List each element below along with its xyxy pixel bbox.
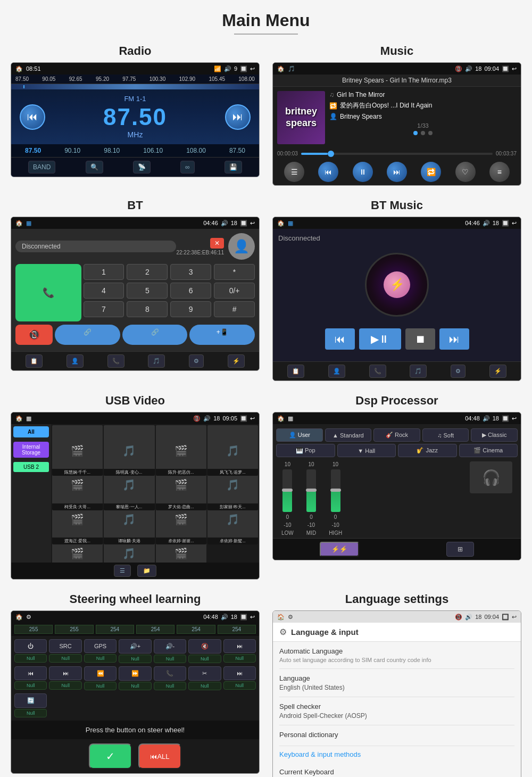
usb-folder-btn[interactable]: 📁 — [137, 565, 156, 577]
steer-replay-btn[interactable]: 🔄 — [14, 693, 47, 708]
radio-save-btn[interactable]: 💾 — [225, 161, 242, 173]
dsp-preset-rock[interactable]: 🎸 Rock — [373, 428, 420, 442]
bt-key-1[interactable]: 1 — [84, 264, 124, 280]
dsp-preset-hall[interactable]: ▼ Hall — [337, 444, 396, 457]
steer-rew-btn[interactable]: ⏪ — [84, 666, 117, 681]
bt-call-btn[interactable]: 📞 — [15, 264, 81, 321]
bt-key-hash[interactable]: # — [214, 301, 255, 317]
music-prev-btn[interactable]: ⏮ — [318, 162, 338, 182]
btmusic-prev-btn[interactable]: ⏮ — [325, 328, 355, 350]
radio-preset-3[interactable]: 106.10 — [143, 147, 163, 154]
bt-plus-btn[interactable]: +📱 — [189, 325, 255, 345]
btmusic-music-btn[interactable]: 🎵 — [410, 365, 427, 378]
lang-language-section[interactable]: Language English (United States) — [279, 669, 514, 697]
btmusic-contacts-btn[interactable]: 📋 — [287, 365, 304, 378]
steer-volup-btn[interactable]: 🔊+ — [119, 639, 151, 654]
bt-link-btn[interactable]: 🔗 — [55, 325, 120, 345]
music-next-btn[interactable]: ⏭ — [387, 162, 407, 182]
dsp-preset-jazz[interactable]: 🎷 Jazz — [398, 444, 457, 457]
music-heart-btn[interactable]: ♡ — [455, 162, 476, 182]
btmusic-next-btn[interactable]: ⏭ — [439, 328, 469, 350]
bt-person-btn[interactable]: 👤 — [66, 354, 84, 368]
bt-hangup-btn[interactable]: 📵 — [15, 325, 53, 345]
usb-thumb-14[interactable]: 🎬左麟右李·总... — [156, 528, 206, 563]
bt-key-4[interactable]: 4 — [84, 283, 124, 299]
dsp-equalizer-btn[interactable]: ⚡⚡ — [320, 542, 359, 557]
btmusic-play-btn[interactable]: ▶⏸ — [359, 328, 401, 350]
bt-key-star[interactable]: * — [214, 264, 255, 280]
bt-log-btn[interactable]: 📞 — [107, 354, 124, 368]
bt-key-8[interactable]: 8 — [127, 301, 168, 317]
steer-reset-btn[interactable]: ⏮ALL — [138, 743, 181, 769]
radio-preset-5[interactable]: 87.50 — [229, 147, 245, 154]
usb-thumb-12[interactable]: 🎬卓依婷·中华... — [52, 528, 103, 563]
steer-gps-btn[interactable]: GPS — [84, 639, 117, 653]
radio-preset-2[interactable]: 98.10 — [104, 147, 120, 154]
dsp-mid-slider[interactable] — [306, 469, 316, 512]
bt-key-6[interactable]: 6 — [170, 283, 211, 299]
bt-key-7[interactable]: 7 — [84, 301, 124, 317]
bt-key-0plus[interactable]: 0/+ — [214, 283, 255, 299]
radio-search-btn[interactable]: 🔍 — [86, 161, 103, 173]
bt-key-2[interactable]: 2 — [127, 264, 168, 280]
dsp-preset-classic[interactable]: ▶ Classic — [471, 428, 518, 442]
radio-band-btn[interactable]: BAND — [28, 161, 55, 173]
usb-nav-all[interactable]: All — [13, 426, 49, 437]
btmusic-stop-btn[interactable]: ⏹ — [405, 328, 435, 350]
radio-preset-0[interactable]: 87.50 — [25, 147, 41, 154]
lang-keyboard-link[interactable]: Keyboard & input methods — [279, 746, 514, 763]
steer-next3-btn[interactable]: ⏭ — [223, 666, 256, 680]
dsp-high-slider[interactable] — [331, 469, 340, 512]
bt-close-btn[interactable]: ✕ — [210, 238, 224, 249]
bt-music-btn[interactable]: 🎵 — [148, 354, 165, 368]
music-repeat-btn[interactable]: 🔁 — [421, 162, 441, 182]
radio-next-btn[interactable]: ⏭ — [225, 104, 251, 130]
usb-nav-internal[interactable]: Internal Storage — [13, 442, 49, 458]
dsp-preset-user[interactable]: 👤 User — [276, 428, 323, 442]
steer-prev2-btn[interactable]: ⏮ — [14, 666, 47, 680]
radio-prev-btn[interactable]: ⏮ — [20, 104, 45, 130]
dsp-preset-standard[interactable]: ▲ Standard — [325, 428, 372, 442]
bt-key-5[interactable]: 5 — [127, 283, 168, 299]
steer-hang-btn[interactable]: ✂ — [188, 666, 221, 681]
radio-preset-4[interactable]: 108.00 — [186, 147, 206, 154]
music-menu-btn[interactable]: ≡ — [489, 162, 510, 182]
bt-contacts-btn[interactable]: 📋 — [26, 354, 43, 368]
dsp-settings-btn[interactable]: ⊞ — [446, 542, 474, 557]
steer-voldown-btn[interactable]: 🔊- — [154, 639, 186, 654]
steer-power-btn[interactable]: ⏻ — [14, 639, 47, 653]
bt-settings-btn[interactable]: ⚙ — [189, 354, 204, 368]
usb-thumb-11[interactable]: 🎵卓依婷·新鸳... — [207, 494, 258, 544]
btmusic-person-btn[interactable]: 👤 — [328, 365, 345, 378]
btmusic-settings-btn[interactable]: ⚙ — [451, 365, 466, 378]
steer-phone-btn[interactable]: 📞 — [154, 666, 186, 681]
steer-fwd-btn[interactable]: ⏩ — [119, 666, 151, 681]
lang-spell-section[interactable]: Spell checker Android Spell-Checker (AOS… — [279, 697, 514, 725]
lang-current-kb-section[interactable]: Current Keyboard English (US) - Android … — [279, 763, 514, 777]
dsp-preset-cinema[interactable]: 🎬 Cinema — [459, 444, 518, 457]
dsp-low-slider[interactable] — [282, 469, 292, 512]
lang-dict-section[interactable]: Personal dictionary — [279, 725, 514, 746]
music-playlist-btn[interactable]: ☰ — [284, 162, 304, 182]
steer-next-btn[interactable]: ⏭ — [223, 639, 256, 653]
usb-list-btn[interactable]: ☰ — [114, 565, 131, 577]
bt-link2-btn[interactable]: 🔗 — [122, 325, 188, 345]
btmusic-bluetooth-btn[interactable]: ⚡ — [489, 365, 506, 378]
steer-confirm-btn[interactable]: ✓ — [89, 743, 132, 769]
radio-loop-btn[interactable]: ∞ — [180, 161, 195, 173]
usb-nav-usb2[interactable]: USB 2 — [13, 462, 49, 472]
steer-mute-btn[interactable]: 🔇 — [188, 639, 221, 654]
bt-bluetooth-btn[interactable]: ⚡ — [228, 354, 245, 368]
steer-src-btn[interactable]: SRC — [49, 639, 81, 653]
dsp-preset-soft[interactable]: ♫ Soft — [422, 428, 469, 442]
radio-antenna-btn[interactable]: 📡 — [133, 161, 151, 173]
bt-key-9[interactable]: 9 — [170, 301, 211, 317]
bt-key-3[interactable]: 3 — [170, 264, 211, 280]
dsp-preset-pop[interactable]: 🎹 Pop — [276, 444, 335, 457]
music-play-btn[interactable]: ⏸ — [353, 162, 373, 182]
radio-preset-1[interactable]: 90.10 — [64, 147, 80, 154]
btmusic-log-btn[interactable]: 📞 — [369, 365, 386, 378]
music-progress-track[interactable] — [301, 153, 493, 155]
steer-next2-btn[interactable]: ⏭ — [49, 666, 81, 680]
usb-thumb-13[interactable]: 🎵卓依婷·走进... — [104, 528, 154, 563]
